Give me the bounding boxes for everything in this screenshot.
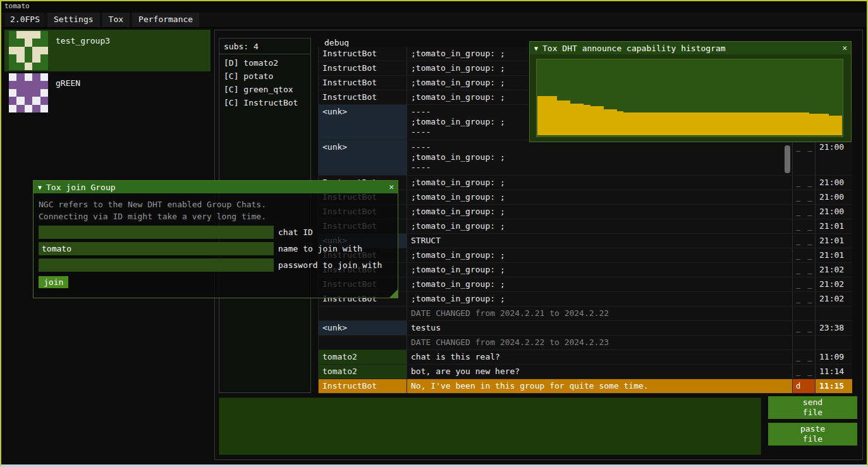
message-input[interactable] [219, 397, 761, 455]
sender-name: <unk> [319, 140, 407, 175]
message-time: 21:01 [816, 219, 852, 233]
message-text: ;tomato_in_group: ; [407, 190, 793, 204]
message-time: 21:02 [816, 292, 852, 306]
menu-item-settings[interactable]: Settings [47, 13, 100, 27]
histogram-bar [584, 105, 590, 135]
histogram-bar [750, 112, 756, 135]
histogram-bar [544, 96, 550, 135]
histogram-titlebar[interactable]: ▼ Tox DHT announce capability histogram … [530, 42, 851, 54]
histogram-body [530, 54, 851, 142]
message-text: ----;tomato_in_group: ;---- [407, 140, 793, 175]
message-flags: _ _ [793, 176, 816, 190]
menu-item-performance[interactable]: Performance [132, 13, 199, 27]
close-icon[interactable]: ✕ [842, 43, 847, 52]
join-desc-line2: Connecting via ID might take a very long… [39, 210, 393, 222]
join-group-title: Tox join Group [46, 183, 116, 192]
subs-member[interactable]: [C] green_qtox [219, 83, 310, 96]
message-text: DATE CHANGED from 2024.2.22 to 2024.2.23 [407, 336, 793, 349]
message-text: ;tomato_in_group: ; [407, 219, 793, 233]
histogram-bar [762, 112, 769, 135]
histogram-bar [769, 112, 776, 135]
message-text: ;tomato_in_group: ; [407, 176, 793, 190]
message-time: 21:02 [816, 277, 852, 291]
join-button[interactable]: join [39, 276, 68, 288]
chat-message-row: InstructBot;tomato_in_group: ;_ _21:01 [319, 219, 852, 234]
histogram-bar [537, 96, 544, 135]
message-time: 21:01 [816, 248, 852, 262]
histogram-bar [683, 112, 690, 135]
window-title: tomato [1, 1, 867, 13]
histogram-bar [623, 112, 630, 135]
chat-message-row: InstructBot;tomato_in_group: ;_ _21:02 [319, 277, 852, 292]
message-flags: _ _ [793, 219, 816, 233]
histogram-bars [537, 59, 842, 135]
sender-name: <unk> [319, 105, 407, 140]
message-flags: _ _ [793, 277, 816, 291]
histogram-bar [836, 116, 842, 135]
collapse-icon[interactable]: ▼ [38, 184, 42, 191]
histogram-bar [822, 114, 829, 135]
chat-scrollbar[interactable] [785, 145, 790, 173]
menu-item-tox[interactable]: Tox [102, 13, 130, 27]
group-item-gREEN[interactable]: gREEN [4, 72, 211, 114]
histogram-bar [564, 100, 570, 135]
message-flags: _ _ [793, 190, 816, 204]
message-time [816, 306, 852, 320]
group-avatar [9, 31, 48, 70]
message-flags: _ _ [793, 205, 816, 219]
histogram-bar [756, 112, 762, 135]
chat-message-row: InstructBot;tomato_in_group: ;_ _21:00 [319, 205, 852, 219]
histogram-bar [577, 104, 584, 135]
message-time: 11:14 [816, 365, 852, 379]
resize-grip[interactable] [389, 289, 398, 298]
chat-message-row: tomato2chat is this real?_ _11:09 [319, 350, 852, 365]
message-flags [793, 306, 816, 320]
message-time: 21:01 [816, 234, 852, 248]
message-time: 11:09 [816, 350, 852, 364]
message-text: ;tomato_in_group: ; [407, 277, 793, 291]
join-group-titlebar[interactable]: ▼ Tox join Group ✕ [34, 181, 398, 193]
message-time: 21:00 [816, 140, 852, 175]
join-input-name-to-join-with[interactable] [39, 242, 274, 255]
histogram-bar [776, 112, 782, 135]
sender-name: InstructBot [319, 90, 407, 104]
message-flags: _ _ [793, 350, 816, 364]
message-flags: _ _ [793, 234, 816, 248]
paste-file-button[interactable]: pastefile [768, 423, 857, 446]
subs-member[interactable]: [C] potato [219, 70, 310, 83]
histogram-bar [610, 109, 616, 135]
message-text: chat is this real? [407, 350, 793, 364]
close-icon[interactable]: ✕ [389, 182, 394, 191]
sender-name: tomato2 [319, 350, 407, 364]
join-field-row: chat ID [39, 226, 393, 239]
message-text: DATE CHANGED from 2024.2.21 to 2024.2.22 [407, 306, 793, 320]
sender-name: <unk> [319, 321, 407, 335]
histogram-title: Tox DHT announce capability histogram [542, 44, 726, 53]
menu-bar: 2.0FPS SettingsToxPerformance [1, 13, 867, 28]
histogram-bar [570, 104, 577, 135]
button-label-line: send [803, 397, 822, 408]
sender-name: tomato2 [319, 365, 407, 379]
message-text: bot, are you new here? [407, 365, 793, 379]
subs-member[interactable]: [D] tomato2 [219, 56, 310, 70]
histogram-bar [690, 112, 696, 135]
sender-name: InstructBot [319, 47, 407, 61]
sender-name: InstructBot [319, 76, 407, 90]
join-input-password-to-join-with[interactable] [39, 258, 274, 272]
histogram-window: ▼ Tox DHT announce capability histogram … [529, 41, 852, 142]
send-file-button[interactable]: sendfile [768, 396, 857, 419]
message-time: 21:00 [816, 205, 852, 219]
subs-member[interactable]: [C] InstructBot [219, 96, 310, 109]
histogram-bar [590, 106, 597, 135]
collapse-icon[interactable]: ▼ [534, 45, 538, 52]
group-item-test_group3[interactable]: test_group3 [4, 30, 211, 71]
message-time: 21:02 [816, 263, 852, 277]
join-input-chat-ID[interactable] [39, 226, 274, 239]
chat-message-row: <unk>----;tomato_in_group: ;----_ _21:00 [319, 140, 852, 176]
message-time: 11:15 [816, 379, 852, 393]
message-flags: _ _ [793, 140, 816, 175]
sender-name: InstructBot [319, 379, 407, 393]
histogram-bar [710, 112, 716, 135]
join-field-label: password to join with [278, 260, 382, 270]
histogram-bar [617, 111, 623, 135]
